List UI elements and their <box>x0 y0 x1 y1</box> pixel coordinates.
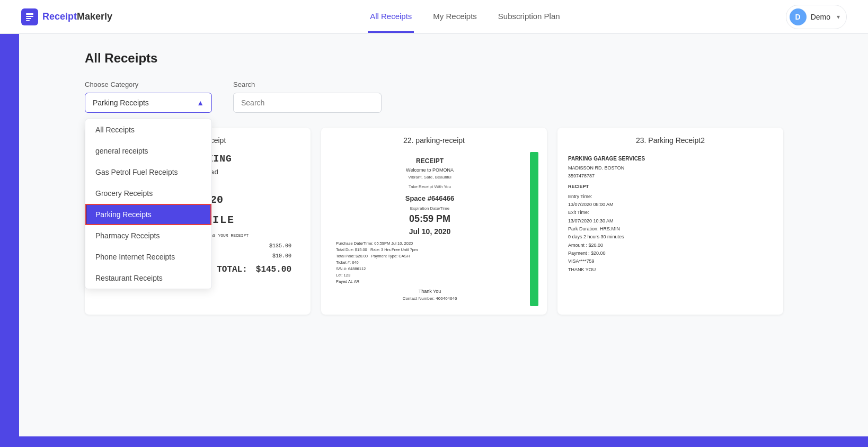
filter-row: Choose Category Parking Receipts ▲ All R… <box>85 81 783 113</box>
nav-tabs: All Receipts My Receipts Subscription Pl… <box>144 1 786 33</box>
search-label: Search <box>233 81 382 88</box>
card-2-title: 22. parking-receipt <box>330 136 538 145</box>
left-accent-bar <box>0 0 19 332</box>
category-selected-value: Parking Receipts <box>93 99 149 107</box>
dropdown-item-grocery[interactable]: Grocery Receipts <box>85 183 211 204</box>
dropdown-item-phone[interactable]: Phone Internet Receipts <box>85 246 211 267</box>
user-menu[interactable]: D Demo ▾ <box>786 5 847 29</box>
svg-rect-2 <box>26 18 31 19</box>
chevron-down-icon: ▾ <box>837 13 840 21</box>
search-filter-group: Search <box>233 81 382 113</box>
main-content: All Receipts Choose Category Parking Rec… <box>0 34 868 332</box>
receipt-3-preview: PARKING GARAGE SERVICES MADISSON RD. BOS… <box>566 152 775 276</box>
chevron-up-icon: ▲ <box>197 99 204 107</box>
avatar: D <box>790 8 807 25</box>
dropdown-item-all-receipts[interactable]: All Receipts <box>85 119 211 140</box>
logo-icon <box>21 8 38 25</box>
category-dropdown: All Receipts general receipts Gas Petrol… <box>85 119 212 289</box>
search-input[interactable] <box>233 93 382 113</box>
receipt-2-green-bar <box>530 152 538 306</box>
category-select[interactable]: Parking Receipts ▲ <box>85 93 212 113</box>
receipt-2-preview: RECEIPT Welcome to POMONA Vibrant, Safe,… <box>330 152 538 306</box>
receipt-card-3[interactable]: 23. Parking Receipt2 PARKING GARAGE SERV… <box>557 128 783 315</box>
logo-text: ReceiptMakerly <box>42 11 112 22</box>
receipt-card-2[interactable]: 22. parking-receipt RECEIPT Welcome to P… <box>321 128 547 315</box>
dropdown-item-general[interactable]: general receipts <box>85 140 211 162</box>
svg-rect-3 <box>26 20 30 21</box>
page-title: All Receipts <box>85 51 783 66</box>
svg-rect-1 <box>26 16 33 17</box>
tab-all-receipts[interactable]: All Receipts <box>368 1 414 33</box>
card-3-title: 23. Parking Receipt2 <box>566 136 775 145</box>
logo[interactable]: ReceiptMakerly <box>21 8 112 25</box>
category-label: Choose Category <box>85 81 212 88</box>
dropdown-item-parking[interactable]: Parking Receipts <box>85 204 211 225</box>
dropdown-item-pharmacy[interactable]: Pharmacy Receipts <box>85 225 211 246</box>
dropdown-item-restaurant[interactable]: Restaurant Receipts <box>85 267 211 289</box>
navbar: ReceiptMakerly All Receipts My Receipts … <box>0 0 868 34</box>
tab-my-receipts[interactable]: My Receipts <box>431 1 479 33</box>
tab-subscription-plan[interactable]: Subscription Plan <box>496 1 562 33</box>
svg-rect-0 <box>26 13 33 15</box>
user-name: Demo <box>811 13 830 21</box>
category-filter-group: Choose Category Parking Receipts ▲ All R… <box>85 81 212 113</box>
dropdown-item-gas[interactable]: Gas Petrol Fuel Receipts <box>85 162 211 183</box>
